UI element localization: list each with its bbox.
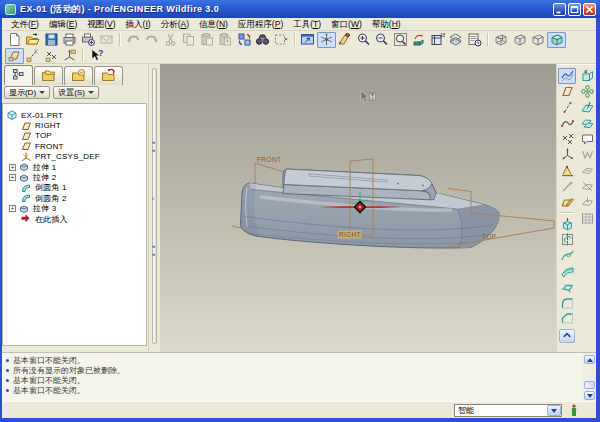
copy-geometry-button[interactable] <box>578 115 596 131</box>
tree-item[interactable]: 在此插入 <box>3 214 146 224</box>
table-button[interactable] <box>578 210 596 226</box>
sketch-tool-button[interactable] <box>558 194 576 210</box>
paste-button[interactable] <box>198 32 217 48</box>
datum-csys-button[interactable] <box>558 147 576 163</box>
datum-planes-toggle[interactable] <box>5 48 24 64</box>
show-dropdown-button[interactable]: 显示(D) <box>4 86 50 99</box>
refit-button[interactable] <box>391 32 410 48</box>
maximize-button[interactable] <box>568 3 581 16</box>
orient-mode-button[interactable] <box>410 32 429 48</box>
blend-tool-button[interactable] <box>558 264 576 280</box>
part-model[interactable] <box>241 169 500 248</box>
no-hidden-button[interactable] <box>529 32 548 48</box>
extrude-tool-button[interactable] <box>558 216 576 232</box>
menu-tools[interactable]: 工具(T) <box>288 18 326 30</box>
menu-info[interactable]: 信息(N) <box>194 18 233 30</box>
selection-filter-button[interactable] <box>272 32 291 48</box>
email-button[interactable] <box>98 32 117 48</box>
menu-window[interactable]: 窗口(W) <box>326 18 367 30</box>
datum-point-button[interactable] <box>558 131 576 147</box>
sweep-tool-button[interactable] <box>558 248 576 264</box>
revolve-tool-button[interactable] <box>558 232 576 248</box>
sash-collapse-icon[interactable]: « <box>152 140 155 145</box>
trim-button[interactable] <box>578 179 596 195</box>
saved-views-button[interactable]: 18 <box>428 32 447 48</box>
minimize-button[interactable] <box>553 3 566 16</box>
layers-button[interactable] <box>447 32 466 48</box>
combo-dropdown-button[interactable] <box>547 405 561 416</box>
menu-analysis[interactable]: 分析(A) <box>156 18 194 30</box>
undo-button[interactable] <box>124 32 143 48</box>
toolbar-scroll-up-button[interactable] <box>559 329 575 343</box>
view-manager-button[interactable] <box>465 32 484 48</box>
shell-tool-button[interactable] <box>558 279 576 295</box>
print-button[interactable] <box>61 32 80 48</box>
project-button[interactable] <box>578 194 596 210</box>
sash-collapse-icon[interactable]: « <box>152 252 155 257</box>
cut-button[interactable] <box>161 32 180 48</box>
sash-collapse-icon[interactable]: « <box>152 244 155 249</box>
find-button[interactable] <box>254 32 273 48</box>
settings-dropdown-button[interactable]: 设置(S) <box>53 86 99 99</box>
offset-button[interactable] <box>578 100 596 116</box>
graphics-area[interactable]: FRONT RIGHT TOP <box>160 64 556 352</box>
close-button[interactable] <box>583 3 596 16</box>
menu-edit[interactable]: 编辑(E) <box>44 18 82 30</box>
save-button[interactable] <box>42 32 61 48</box>
zoom-in-button[interactable] <box>354 32 373 48</box>
hidden-line-button[interactable] <box>510 32 529 48</box>
tree-expand-icon[interactable]: + <box>9 164 16 171</box>
svg-text:RIGHT: RIGHT <box>339 231 361 238</box>
round-tool-button[interactable] <box>558 295 576 311</box>
menu-insert[interactable]: 插入(I) <box>121 18 156 30</box>
paste-special-button[interactable] <box>217 32 236 48</box>
merge-button[interactable] <box>578 163 596 179</box>
tab-model-tree[interactable] <box>4 65 33 85</box>
chamfer-tool-button[interactable] <box>558 311 576 327</box>
scroll-up-button[interactable] <box>584 355 595 364</box>
tree-expand-icon[interactable]: + <box>9 205 16 212</box>
menu-file[interactable]: 文件(F) <box>6 18 44 30</box>
annotation-button[interactable] <box>578 131 596 147</box>
menu-help[interactable]: 帮助(H) <box>367 18 406 30</box>
datum-plane-button[interactable] <box>558 84 576 100</box>
redraw-button[interactable] <box>336 32 355 48</box>
open-button[interactable] <box>24 32 43 48</box>
extrude-surface-button[interactable] <box>578 68 596 84</box>
activate-window-button[interactable] <box>299 32 318 48</box>
style-tool-button[interactable] <box>558 68 576 84</box>
zoom-out-button[interactable] <box>373 32 392 48</box>
tree-expand-icon[interactable]: + <box>9 174 16 181</box>
menu-applications[interactable]: 应用程序(P) <box>233 18 288 30</box>
datum-curve-button[interactable] <box>558 115 576 131</box>
wireframe-button[interactable] <box>492 32 511 48</box>
datum-points-toggle[interactable] <box>42 48 61 64</box>
redo-button[interactable] <box>143 32 162 48</box>
navigator-sash[interactable]: « « › « « <box>148 64 160 352</box>
datum-axis-button[interactable] <box>558 100 576 116</box>
spin-center-button[interactable] <box>317 32 336 48</box>
message-scrollbar[interactable] <box>583 353 596 401</box>
new-button[interactable] <box>5 32 24 48</box>
context-help-button[interactable]: ? <box>87 48 106 64</box>
menu-view[interactable]: 视图(V) <box>82 18 120 30</box>
tab-folder-browser[interactable] <box>34 66 63 85</box>
regenerate-button[interactable] <box>235 32 254 48</box>
print-setup-button[interactable] <box>79 32 98 48</box>
analysis-button[interactable] <box>558 163 576 179</box>
datum-csys-toggle[interactable] <box>61 48 80 64</box>
selection-filter-combo[interactable]: 智能 <box>454 404 562 417</box>
datum-axes-toggle[interactable] <box>24 48 43 64</box>
pattern-button[interactable] <box>578 84 596 100</box>
scrollbar-thumb[interactable] <box>584 381 595 389</box>
shaded-button[interactable] <box>547 32 566 48</box>
scroll-down-button[interactable] <box>584 391 595 400</box>
copy-button[interactable] <box>180 32 199 48</box>
sash-collapse-icon[interactable]: « <box>152 148 155 153</box>
use-edge-button[interactable] <box>558 179 576 195</box>
sash-drag-bar[interactable] <box>152 68 157 344</box>
mirror-button[interactable] <box>578 147 596 163</box>
tab-connections[interactable] <box>94 66 123 85</box>
sash-expand-icon[interactable]: › <box>152 196 154 201</box>
tab-favorites[interactable] <box>64 66 93 85</box>
